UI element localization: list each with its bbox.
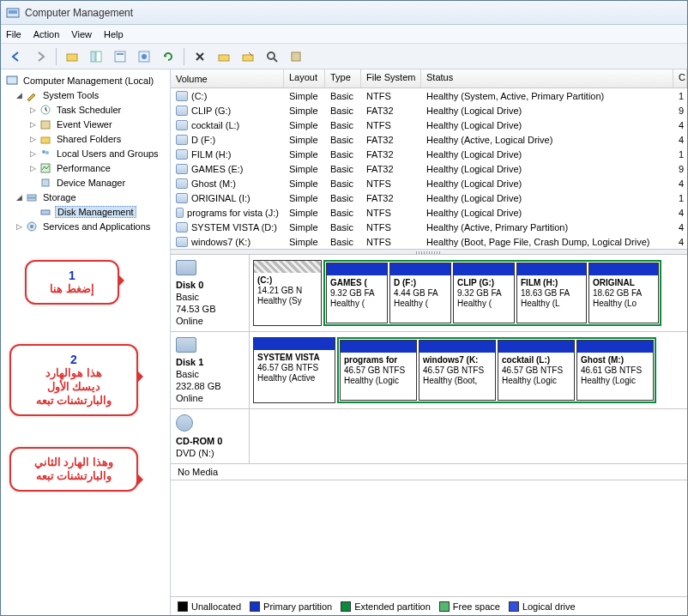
svg-rect-16 — [41, 137, 50, 143]
partition-programs[interactable]: programs for46.57 GB NTFSHealthy (Logic — [340, 340, 417, 401]
toolbar — [1, 44, 687, 69]
tree-event-viewer[interactable]: ▷Event Viewer — [1, 117, 170, 131]
tools-icon — [25, 88, 39, 102]
expand-icon[interactable]: ▷ — [28, 149, 38, 158]
volume-row[interactable]: FILM (H:)SimpleBasicFAT32Healthy (Logica… — [171, 147, 687, 161]
partition-clip[interactable]: CLIP (G:)9.32 GB FAHealthy ( — [453, 263, 515, 323]
partition-film[interactable]: FILM (H:)18.63 GB FAHealthy (L — [516, 263, 587, 323]
partition-windows7[interactable]: windows7 (K:46.57 GB NTFSHealthy (Boot, — [419, 340, 496, 401]
menu-help[interactable]: Help — [104, 29, 124, 39]
drive-icon — [176, 222, 188, 233]
tree-services[interactable]: ▷Services and Applications — [1, 219, 170, 233]
action1-button[interactable] — [214, 46, 234, 67]
drive-icon — [176, 106, 188, 116]
tree-device-manager[interactable]: Device Manager — [1, 175, 170, 190]
expand-icon[interactable]: ▷ — [28, 106, 38, 114]
collapse-icon[interactable]: ◢ — [15, 91, 24, 100]
volume-row[interactable]: programs for vista (J:)SimpleBasicNTFSHe… — [171, 205, 687, 220]
horizontal-splitter[interactable] — [171, 249, 687, 255]
delete-button[interactable] — [190, 46, 210, 67]
partition-c[interactable]: (C:)14.21 GB NHealthy (Sy — [253, 260, 322, 326]
col-filesystem[interactable]: File System — [361, 69, 421, 88]
cdrom-row[interactable]: CD-ROM 0 DVD (N:) — [171, 409, 687, 464]
titlebar[interactable]: Computer Management — [1, 1, 687, 25]
tree-performance[interactable]: ▷Performance — [1, 160, 170, 175]
partition-games[interactable]: GAMES (9.32 GB FAHealthy ( — [326, 263, 388, 323]
svg-rect-13 — [7, 76, 17, 84]
partition-d[interactable]: D (F:)4.44 GB FAHealthy ( — [389, 263, 451, 323]
menubar: File Action View Help — [1, 25, 687, 44]
col-type[interactable]: Type — [325, 69, 361, 88]
expand-icon[interactable]: ▷ — [28, 135, 38, 143]
help-button[interactable] — [134, 46, 154, 67]
callout-1: 1 إضغط هنا — [25, 260, 119, 305]
collapse-icon[interactable]: ◢ — [15, 193, 24, 202]
volume-list[interactable]: (C:)SimpleBasicNTFSHealthy (System, Acti… — [171, 88, 687, 249]
expand-icon[interactable]: ▷ — [28, 164, 38, 172]
menu-action[interactable]: Action — [33, 29, 60, 39]
volume-row[interactable]: Ghost (M:)SimpleBasicNTFSHealthy (Logica… — [171, 176, 687, 190]
volume-list-header: Volume Layout Type File System Status C — [171, 69, 687, 88]
disk-0-label: Disk 0 Basic 74.53 GB Online — [171, 255, 250, 331]
tree-local-users[interactable]: ▷Local Users and Groups — [1, 146, 170, 160]
volume-row[interactable]: cocktail (L:)SimpleBasicNTFSHealthy (Log… — [171, 118, 687, 132]
performance-icon — [39, 161, 52, 175]
action2-button[interactable] — [238, 46, 258, 67]
properties-button[interactable] — [110, 46, 130, 67]
show-hide-tree-button[interactable] — [86, 46, 106, 67]
clock-icon — [39, 103, 52, 117]
up-button[interactable] — [62, 46, 82, 67]
legend: Unallocated Primary partition Extended p… — [171, 596, 687, 615]
computer-icon — [5, 74, 19, 88]
col-layout[interactable]: Layout — [284, 69, 325, 88]
tree-storage[interactable]: ◢Storage — [1, 190, 170, 204]
back-button[interactable] — [6, 46, 27, 67]
tree-system-tools[interactable]: ◢ System Tools — [1, 88, 170, 102]
svg-rect-2 — [67, 54, 77, 61]
content-pane: Volume Layout Type File System Status C … — [171, 69, 687, 615]
svg-point-8 — [142, 54, 147, 59]
nav-tree[interactable]: Computer Management (Local) ◢ System Too… — [1, 69, 171, 615]
partition-system-vista[interactable]: SYSTEM VISTA46.57 GB NTFSHealthy (Active — [253, 337, 335, 403]
volume-row[interactable]: CLIP (G:)SimpleBasicFAT32Healthy (Logica… — [171, 103, 687, 118]
svg-point-18 — [45, 151, 49, 154]
volume-row[interactable]: windows7 (K:)SimpleBasicNTFSHealthy (Boo… — [171, 234, 687, 249]
tree-shared-folders[interactable]: ▷Shared Folders — [1, 131, 170, 146]
tree-root[interactable]: Computer Management (Local) — [1, 73, 170, 88]
disk-1-row[interactable]: Disk 1 Basic 232.88 GB Online SYSTEM VIS… — [171, 332, 687, 409]
drive-icon — [176, 149, 188, 160]
disk-0-row[interactable]: Disk 0 Basic 74.53 GB Online (C:)14.21 G… — [171, 255, 687, 332]
cdrom-label: CD-ROM 0 DVD (N:) — [171, 409, 250, 463]
partition-ghost[interactable]: Ghost (M:)46.61 GB NTFSHealthy (Logic — [576, 340, 654, 401]
settings-button[interactable] — [286, 46, 306, 67]
tree-task-scheduler[interactable]: ▷Task Scheduler — [1, 102, 170, 117]
col-volume[interactable]: Volume — [171, 69, 284, 88]
legend-extended: Extended partition — [341, 601, 431, 612]
svg-rect-1 — [9, 10, 17, 14]
svg-point-17 — [42, 150, 45, 154]
legend-primary: Primary partition — [250, 601, 332, 612]
col-c[interactable]: C — [673, 69, 687, 88]
drive-icon — [176, 208, 184, 218]
svg-rect-20 — [42, 179, 49, 186]
menu-view[interactable]: View — [71, 29, 92, 39]
forward-button[interactable] — [30, 46, 51, 67]
menu-file[interactable]: File — [6, 29, 21, 39]
volume-row[interactable]: ORIGINAL (I:)SimpleBasicFAT32Healthy (Lo… — [171, 190, 687, 205]
tree-disk-management[interactable]: Disk Management — [1, 204, 170, 219]
svg-rect-3 — [91, 51, 95, 62]
col-status[interactable]: Status — [421, 69, 673, 88]
expand-icon[interactable]: ▷ — [28, 120, 38, 129]
partition-cocktail[interactable]: cocktail (L:)46.57 GB NTFSHealthy (Logic — [498, 340, 575, 401]
refresh-button[interactable] — [158, 46, 178, 67]
cdrom-icon — [176, 414, 193, 432]
users-icon — [39, 147, 52, 160]
find-button[interactable] — [262, 46, 282, 67]
volume-row[interactable]: D (F:)SimpleBasicFAT32Healthy (Active, L… — [171, 132, 687, 147]
volume-row[interactable]: GAMES (E:)SimpleBasicFAT32Healthy (Logic… — [171, 161, 687, 176]
expand-icon[interactable]: ▷ — [15, 222, 24, 231]
disk-graphical-view[interactable]: Disk 0 Basic 74.53 GB Online (C:)14.21 G… — [171, 255, 687, 596]
volume-row[interactable]: SYSTEM VISTA (D:)SimpleBasicNTFSHealthy … — [171, 220, 687, 234]
volume-row[interactable]: (C:)SimpleBasicNTFSHealthy (System, Acti… — [171, 88, 687, 103]
partition-original[interactable]: ORIGINAL18.62 GB FAHealthy (Lo — [588, 263, 659, 323]
